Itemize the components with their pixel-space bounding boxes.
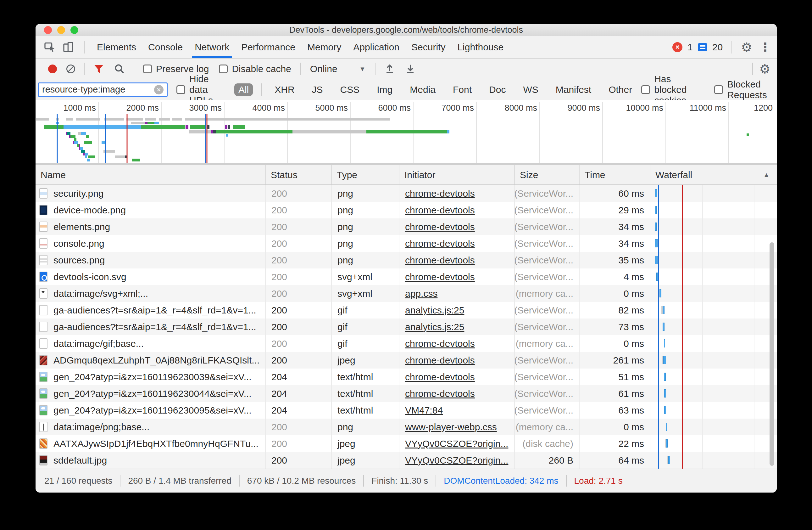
filter-type-js[interactable]: JS xyxy=(308,83,327,96)
error-icon[interactable]: × xyxy=(672,42,682,52)
table-row[interactable]: device-mode.png200pngchrome-devtools(Ser… xyxy=(35,202,777,219)
table-row[interactable]: ga-audiences?t=sr&aip=1&_r=4&slf_rd=1&v=… xyxy=(35,302,777,319)
table-row[interactable]: console.png200pngchrome-devtools(Service… xyxy=(35,235,777,252)
filter-type-media[interactable]: Media xyxy=(406,83,440,96)
initiator-link[interactable]: chrome-devtools xyxy=(405,355,475,366)
initiator-link[interactable]: VYyQv0CSZOE?origin... xyxy=(405,438,508,449)
request-name[interactable]: gen_204?atyp=i&zx=1601196230095&sei=xV..… xyxy=(54,405,251,416)
settings-gear-icon[interactable]: ⚙ xyxy=(741,41,752,54)
request-name[interactable]: gen_204?atyp=i&zx=1601196230044&sei=xV..… xyxy=(54,388,251,399)
filter-type-other[interactable]: Other xyxy=(605,83,636,96)
waterfall-bar[interactable] xyxy=(666,423,667,431)
close-window-button[interactable] xyxy=(44,26,52,34)
request-name[interactable]: ga-audiences?t=sr&aip=1&_r=4&slf_rd=1&v=… xyxy=(54,305,256,316)
waterfall-bar[interactable] xyxy=(666,440,668,448)
device-toolbar-icon[interactable] xyxy=(61,40,76,54)
filter-type-doc[interactable]: Doc xyxy=(485,83,510,96)
sort-ascending-icon[interactable]: ▲ xyxy=(763,171,770,179)
initiator-link[interactable]: chrome-devtools xyxy=(405,188,475,199)
filter-type-font[interactable]: Font xyxy=(449,83,476,96)
checkbox[interactable] xyxy=(714,85,723,94)
column-header-type[interactable]: Type xyxy=(332,165,400,184)
initiator-link[interactable]: chrome-devtools xyxy=(405,238,475,249)
error-count[interactable]: 1 xyxy=(687,42,693,53)
export-har-icon[interactable] xyxy=(404,62,417,75)
tab-application[interactable]: Application xyxy=(347,36,405,58)
table-row[interactable]: gen_204?atyp=i&zx=1601196230044&sei=xV..… xyxy=(35,385,777,402)
table-row[interactable]: ADGmqu8qexLZuhphT_0Aj88Ng8riLFKASQIslt..… xyxy=(35,352,777,368)
request-name[interactable]: sddefault.jpg xyxy=(54,455,107,466)
column-header-waterfall[interactable]: Waterfall▲ xyxy=(650,165,777,184)
record-button[interactable] xyxy=(48,65,57,73)
initiator-link[interactable]: www-player-webp.css xyxy=(405,422,497,432)
initiator-link[interactable]: chrome-devtools xyxy=(405,271,475,282)
request-name[interactable]: data:image/png;base... xyxy=(54,422,149,432)
table-row[interactable]: AATXAJywSIpD1jf4EbqHXTfbe0mnyHqGFNTu...2… xyxy=(35,435,777,452)
filter-type-all[interactable]: All xyxy=(234,83,253,96)
throttling-dropdown[interactable]: Online ▼ xyxy=(310,64,366,74)
initiator-link[interactable]: chrome-devtools xyxy=(405,205,475,215)
zoom-window-button[interactable] xyxy=(70,26,78,34)
request-name[interactable]: security.png xyxy=(54,188,104,199)
initiator-link[interactable]: chrome-devtools xyxy=(405,338,475,349)
table-row[interactable]: security.png200pngchrome-devtools(Servic… xyxy=(35,185,777,202)
request-name[interactable]: devtools-icon.svg xyxy=(54,271,127,282)
tab-performance[interactable]: Performance xyxy=(235,36,301,58)
import-har-icon[interactable] xyxy=(383,62,396,75)
waterfall-bar[interactable] xyxy=(664,339,665,347)
minimize-window-button[interactable] xyxy=(57,26,65,34)
filter-type-css[interactable]: CSS xyxy=(336,83,364,96)
search-icon[interactable] xyxy=(114,63,126,75)
table-row[interactable]: ga-audiences?t=sr&aip=1&_r=4&slf_rd=1&v=… xyxy=(35,319,777,335)
initiator-link[interactable]: analytics.js:25 xyxy=(405,322,464,332)
column-header-name[interactable]: Name xyxy=(35,165,266,184)
request-name[interactable]: elements.png xyxy=(54,222,110,232)
checkbox[interactable] xyxy=(219,65,228,73)
request-name[interactable]: sources.png xyxy=(54,255,105,266)
inspect-element-icon[interactable] xyxy=(42,40,57,54)
table-row[interactable]: data:image/svg+xml;...200svg+xmlapp.css(… xyxy=(35,285,777,302)
tab-console[interactable]: Console xyxy=(142,36,189,58)
request-name[interactable]: ga-audiences?t=sr&aip=1&_r=4&slf_rd=1&v=… xyxy=(54,322,256,332)
waterfall-bar[interactable] xyxy=(663,323,665,331)
network-settings-gear-icon[interactable]: ⚙ xyxy=(759,62,770,75)
network-overview-timeline[interactable]: 1000 ms2000 ms3000 ms4000 ms5000 ms6000 … xyxy=(35,100,777,165)
table-row[interactable]: gen_204?atyp=i&zx=1601196230095&sei=xV..… xyxy=(35,402,777,419)
tab-security[interactable]: Security xyxy=(405,36,451,58)
tab-elements[interactable]: Elements xyxy=(91,36,142,58)
table-row[interactable]: sddefault.jpg200jpegVYyQv0CSZOE?origin..… xyxy=(35,452,777,469)
waterfall-bar[interactable] xyxy=(664,373,666,381)
checkbox[interactable] xyxy=(143,65,152,73)
initiator-link[interactable]: VYyQv0CSZOE?origin... xyxy=(405,455,508,466)
tab-network[interactable]: Network xyxy=(189,36,235,58)
request-name[interactable]: device-mode.png xyxy=(54,205,126,215)
vertical-scrollbar[interactable] xyxy=(770,242,774,466)
waterfall-bar[interactable] xyxy=(659,289,661,297)
request-name[interactable]: data:image/svg+xml;... xyxy=(54,288,148,299)
table-row[interactable]: sources.png200pngchrome-devtools(Service… xyxy=(35,252,777,268)
column-header-initiator[interactable]: Initiator xyxy=(400,165,515,184)
tab-lighthouse[interactable]: Lighthouse xyxy=(451,36,509,58)
waterfall-bar[interactable] xyxy=(664,406,666,414)
initiator-link[interactable]: chrome-devtools xyxy=(405,222,475,232)
waterfall-bar[interactable] xyxy=(664,389,666,398)
tab-memory[interactable]: Memory xyxy=(301,36,347,58)
request-name[interactable]: console.png xyxy=(54,238,104,249)
waterfall-bar[interactable] xyxy=(663,356,666,364)
initiator-link[interactable]: chrome-devtools xyxy=(405,388,475,399)
waterfall-bar[interactable] xyxy=(655,206,657,214)
request-name[interactable]: gen_204?atyp=i&zx=1601196230039&sei=xV..… xyxy=(54,372,251,382)
column-header-time[interactable]: Time xyxy=(580,165,650,184)
issues-count[interactable]: 20 xyxy=(712,42,723,53)
preserve-log-checkbox[interactable]: Preserve log xyxy=(143,64,209,74)
initiator-link[interactable]: analytics.js:25 xyxy=(405,305,464,316)
table-row[interactable]: gen_204?atyp=i&zx=1601196230039&sei=xV..… xyxy=(35,368,777,385)
filter-type-xhr[interactable]: XHR xyxy=(271,83,299,96)
request-name[interactable]: AATXAJywSIpD1jf4EbqHXTfbe0mnyHqGFNTu... xyxy=(54,438,259,449)
column-header-status[interactable]: Status xyxy=(266,165,332,184)
initiator-link[interactable]: VM47:84 xyxy=(405,405,443,416)
initiator-link[interactable]: chrome-devtools xyxy=(405,255,475,266)
filter-type-manifest[interactable]: Manifest xyxy=(552,83,595,96)
column-header-size[interactable]: Size xyxy=(515,165,580,184)
initiator-link[interactable]: app.css xyxy=(405,288,437,299)
